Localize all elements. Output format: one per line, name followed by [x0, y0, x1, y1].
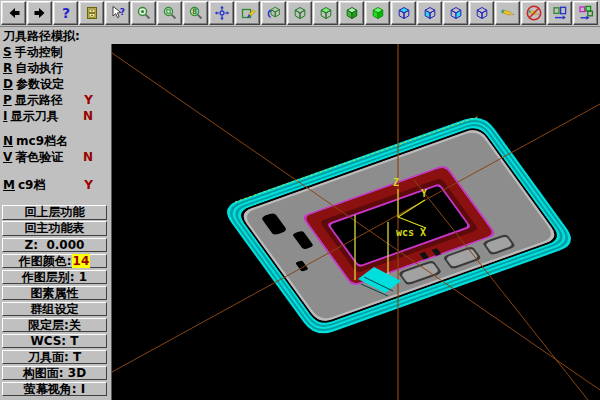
back-one-level-button[interactable]: 回上层功能 [2, 205, 107, 220]
zoom-scale-08-icon: 8 [188, 5, 204, 21]
status-button-stack: Z: 0.000 作图颜色:14 作图层别: 1 图素属性 群组设定 限定层:关… [0, 238, 110, 398]
hotkey: R [3, 61, 12, 75]
pan-button[interactable] [209, 1, 234, 25]
menu-item-mc9-filename[interactable]: N mc9档名 [0, 133, 111, 149]
hotkey: M [3, 178, 15, 192]
file-drawers-icon [84, 5, 100, 21]
side-menu-panel: S 手动控制 R 自动执行 D 参数设定 P 显示路径 Y I 显示刀具 N N… [0, 44, 112, 400]
menu-item-label: c9档 [18, 177, 45, 194]
menu-item-label: 自动执行 [15, 60, 63, 77]
zoom-target-icon [136, 5, 152, 21]
back-arrow-button[interactable] [1, 1, 26, 25]
file-drawers-button[interactable] [79, 1, 104, 25]
main-menu-button[interactable]: 回主功能表 [2, 221, 107, 236]
level-mask-button[interactable]: 限定层:关 [2, 318, 107, 332]
menu-nav-buttons: 回上层功能 回主功能表 [0, 205, 111, 236]
menu-item-value: Y [84, 93, 93, 107]
construction-plane-button[interactable]: 构图面: 3D [2, 366, 107, 380]
screens-forward-icon [552, 5, 568, 21]
green-cube-wireframe-icon [292, 5, 308, 21]
zoom-window-icon [162, 5, 178, 21]
analyze-pointer-icon: ? [110, 5, 126, 21]
dynamic-rotate-cube-button[interactable] [261, 1, 286, 25]
toolbar: ??8 [0, 0, 600, 27]
wcs-button[interactable]: WCS: T [2, 334, 107, 348]
zoom-window-button[interactable] [157, 1, 182, 25]
help-icon: ? [58, 5, 74, 21]
hotkey: N [3, 134, 13, 148]
menu-item-label: 显示刀具 [10, 108, 58, 125]
green-cube-top-shaded-icon [318, 5, 334, 21]
green-cube-shaded-button[interactable] [339, 1, 364, 25]
hotkey: V [3, 150, 12, 164]
menu-item-manual-control[interactable]: S 手动控制 [0, 44, 111, 60]
blue-cube-top-shaded-button[interactable] [391, 1, 416, 25]
blue-cube-wireframe-icon [474, 5, 490, 21]
menu-item-mc9-file[interactable]: M c9档 Y [0, 177, 111, 193]
repaint-button[interactable] [235, 1, 260, 25]
mastercam-window: ??8 刀具路径模拟: S 手动控制 R 自动执行 D 参数设定 P 显示路径 … [0, 0, 600, 400]
graphics-viewport[interactable]: ZYwcs X [112, 44, 600, 400]
blue-cube-top-shaded-icon [396, 5, 412, 21]
menu-item-auto-run[interactable]: R 自动执行 [0, 60, 111, 76]
tool-plane-button[interactable]: 刀具面: T [2, 350, 107, 364]
color-number-badge: 14 [72, 254, 91, 268]
zoom-target-button[interactable] [131, 1, 156, 25]
forward-arrow-icon [32, 5, 48, 21]
entity-attributes-button[interactable]: 图素属性 [2, 286, 107, 300]
pencil-no-draw-button[interactable] [521, 1, 546, 25]
blue-cube-front-shaded-button[interactable] [417, 1, 442, 25]
green-cube-top-shaded-button[interactable] [313, 1, 338, 25]
svg-text:8: 8 [191, 7, 196, 16]
group-settings-button[interactable]: 群组设定 [2, 302, 107, 316]
green-cube-shaded-bright-button[interactable] [365, 1, 390, 25]
3d-model-canvas: ZYwcs X [112, 44, 600, 400]
repaint-icon [240, 5, 256, 21]
pencil-no-draw-icon [526, 5, 542, 21]
blue-cube-side-shaded-icon [448, 5, 464, 21]
menu-item-value: N [83, 109, 93, 123]
hotkey: P [3, 93, 12, 107]
menu-title: 刀具路径模拟: [3, 28, 80, 45]
svg-text:?: ? [61, 5, 69, 21]
blue-cube-side-shaded-button[interactable] [443, 1, 468, 25]
menu-item-value: N [83, 150, 93, 164]
green-cube-shaded-icon [344, 5, 360, 21]
back-arrow-icon [6, 5, 22, 21]
green-cube-shaded-bright-icon [370, 5, 386, 21]
z-depth-button[interactable]: Z: 0.000 [2, 238, 107, 252]
z-axis-label: Z [393, 177, 399, 188]
zoom-scale-08-button[interactable]: 8 [183, 1, 208, 25]
pencil-draw-icon [500, 5, 516, 21]
menu-item-label: 著色验证 [15, 149, 63, 166]
menu-item-label: 参数设定 [16, 76, 64, 93]
svg-text:?: ? [119, 7, 124, 17]
menu-item-value: Y [84, 178, 93, 192]
screens-forward-button[interactable] [547, 1, 572, 25]
menu-item-label: mc9档名 [16, 133, 68, 150]
screen-view-button[interactable]: 萤幕视角: I [2, 382, 107, 396]
draw-level-button[interactable]: 作图层别: 1 [2, 270, 107, 284]
menu-item-show-path[interactable]: P 显示路径 Y [0, 92, 111, 108]
screens-combine-icon [578, 5, 594, 21]
menu-item-show-tool[interactable]: I 显示刀具 N [0, 108, 111, 124]
pan-icon [214, 5, 230, 21]
analyze-pointer-button[interactable]: ? [105, 1, 130, 25]
blue-cube-wireframe-button[interactable] [469, 1, 494, 25]
menu-item-shaded-verify[interactable]: V 著色验证 N [0, 149, 111, 165]
forward-arrow-button[interactable] [27, 1, 52, 25]
menu-item-label: 显示路径 [15, 92, 63, 109]
menu-item-parameters[interactable]: D 参数设定 [0, 76, 111, 92]
prompt-strip: 刀具路径模拟: [0, 27, 600, 44]
draw-color-button[interactable]: 作图颜色:14 [2, 254, 107, 268]
hotkey: I [3, 109, 7, 123]
dynamic-rotate-cube-icon [266, 5, 282, 21]
help-button[interactable]: ? [53, 1, 78, 25]
menu-item-label: 手动控制 [15, 44, 63, 61]
y-axis-label: Y [421, 188, 427, 199]
blue-cube-front-shaded-icon [422, 5, 438, 21]
wcs-x-axis-label: wcs X [396, 227, 426, 238]
screens-combine-button[interactable] [573, 1, 598, 25]
pencil-draw-button[interactable] [495, 1, 520, 25]
green-cube-wireframe-button[interactable] [287, 1, 312, 25]
